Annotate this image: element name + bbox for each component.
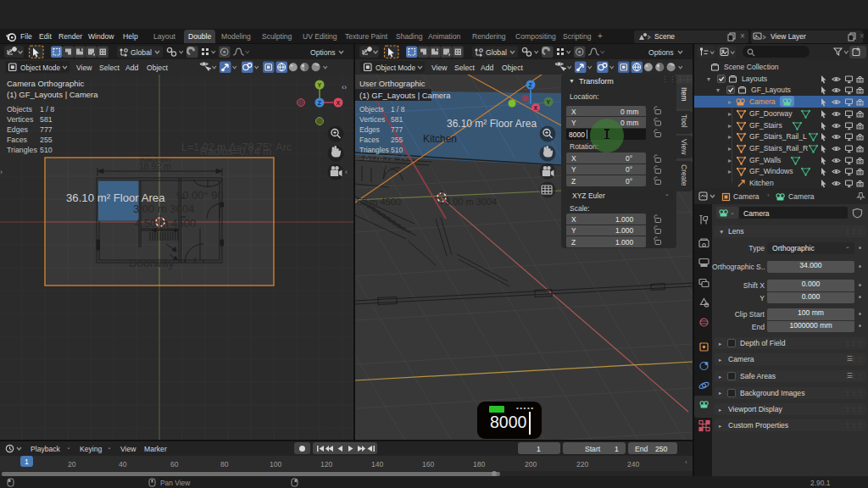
svg-text:Faces: Faces [7, 136, 28, 144]
svg-text:36.10 m² Floor Area: 36.10 m² Floor Area [447, 118, 537, 130]
svg-text:Object Mode: Object Mode [20, 64, 60, 72]
svg-text:X: X [534, 105, 538, 111]
svg-text:Options: Options [310, 48, 336, 57]
svg-text:Global: Global [131, 48, 152, 57]
svg-text:Edges: Edges [359, 125, 380, 134]
svg-text:Objects: Objects [7, 105, 32, 114]
svg-text:Objects: Objects [359, 105, 384, 114]
svg-text:Edges: Edges [7, 125, 29, 134]
svg-text:581: 581 [391, 115, 403, 124]
svg-text:Camera Orthographic: Camera Orthographic [7, 79, 85, 88]
svg-text:Triangles: Triangles [359, 146, 389, 154]
svg-text:Kitchen: Kitchen [423, 133, 457, 145]
svg-text:510: 510 [40, 146, 53, 154]
svg-text:36.10 m² Floor Area: 36.10 m² Floor Area [66, 191, 165, 204]
svg-text:Doorway: Doorway [129, 257, 175, 269]
svg-text:3.00 m 3004: 3.00 m 3004 [133, 202, 194, 215]
svg-text:581: 581 [40, 115, 53, 124]
svg-text:Object Mode: Object Mode [376, 64, 415, 72]
svg-text:Y: Y [547, 99, 551, 105]
svg-text:777: 777 [391, 125, 403, 134]
svg-text:255: 255 [391, 136, 403, 144]
svg-text:Select: Select [454, 64, 475, 72]
svg-text:Add: Add [481, 64, 494, 72]
svg-text:Global: Global [486, 48, 507, 57]
svg-text:50 m 4500: 50 m 4500 [357, 197, 401, 207]
svg-text:‹›: ‹› [342, 83, 347, 92]
svg-text:18.92 m: 18.92 m [139, 161, 171, 171]
svg-text:90.00° 90: 90.00° 90 [176, 189, 224, 202]
svg-text:›: › [0, 168, 3, 176]
svg-text:View: View [76, 64, 92, 72]
svg-text:Triangles: Triangles [7, 146, 37, 154]
svg-text:Add: Add [125, 64, 139, 72]
svg-text:Y: Y [318, 82, 322, 88]
svg-text:3.00 m 3004: 3.00 m 3004 [445, 197, 497, 207]
svg-text:Vertices: Vertices [359, 115, 385, 124]
svg-text:Options: Options [648, 48, 674, 57]
svg-text:Object: Object [502, 64, 523, 72]
svg-text:Object: Object [147, 64, 168, 72]
svg-text:Z: Z [529, 82, 533, 88]
svg-text:View: View [431, 64, 448, 72]
svg-text:X: X [337, 100, 341, 106]
svg-text:‹: ‹ [345, 168, 348, 176]
svg-text:Z: Z [318, 100, 322, 106]
svg-text:Faces: Faces [359, 136, 379, 144]
svg-text:4.50 m 4500: 4.50 m 4500 [135, 217, 196, 230]
svg-text:1 / 8: 1 / 8 [40, 105, 54, 114]
svg-text:1 / 8: 1 / 8 [391, 105, 405, 114]
svg-text:510: 510 [391, 146, 403, 154]
svg-text:Select: Select [99, 64, 120, 72]
svg-text:(1) GF_Layouts | Camera: (1) GF_Layouts | Camera [7, 90, 98, 99]
svg-text:777: 777 [40, 125, 53, 134]
svg-text:User Orthographic: User Orthographic [359, 79, 426, 88]
svg-text:Vertices: Vertices [7, 115, 34, 124]
svg-text:255: 255 [40, 136, 53, 144]
svg-text:(1) GF_Layouts | Camera: (1) GF_Layouts | Camera [359, 91, 451, 100]
